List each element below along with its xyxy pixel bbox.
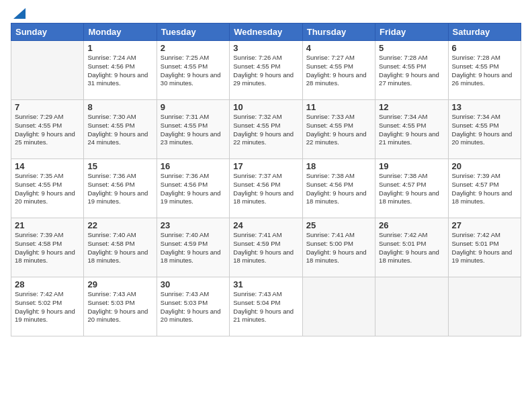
calendar-week-3: 14Sunrise: 7:35 AM Sunset: 4:55 PM Dayli…	[11, 159, 521, 218]
day-info: Sunrise: 7:31 AM Sunset: 4:55 PM Dayligh…	[161, 113, 226, 147]
day-number: 26	[379, 220, 444, 230]
day-info: Sunrise: 7:38 AM Sunset: 4:57 PM Dayligh…	[379, 172, 444, 206]
calendar-cell: 14Sunrise: 7:35 AM Sunset: 4:55 PM Dayli…	[11, 159, 84, 218]
logo	[11, 7, 26, 19]
header	[11, 7, 521, 19]
calendar-table: SundayMondayTuesdayWednesdayThursdayFrid…	[11, 23, 521, 336]
calendar-cell: 1Sunrise: 7:24 AM Sunset: 4:56 PM Daylig…	[84, 41, 157, 100]
calendar-cell: 30Sunrise: 7:43 AM Sunset: 5:03 PM Dayli…	[157, 277, 229, 336]
day-info: Sunrise: 7:40 AM Sunset: 4:59 PM Dayligh…	[161, 231, 226, 265]
calendar-cell: 23Sunrise: 7:40 AM Sunset: 4:59 PM Dayli…	[157, 218, 229, 277]
calendar-cell: 3Sunrise: 7:26 AM Sunset: 4:55 PM Daylig…	[230, 41, 302, 100]
day-number: 27	[452, 220, 517, 230]
day-number: 15	[87, 161, 152, 171]
day-number: 17	[233, 161, 298, 171]
day-number: 13	[452, 102, 517, 112]
calendar-cell: 31Sunrise: 7:43 AM Sunset: 5:04 PM Dayli…	[230, 277, 302, 336]
dow-header-friday: Friday	[375, 24, 448, 41]
day-info: Sunrise: 7:39 AM Sunset: 4:58 PM Dayligh…	[15, 231, 80, 265]
day-info: Sunrise: 7:26 AM Sunset: 4:55 PM Dayligh…	[233, 54, 298, 88]
day-number: 20	[452, 161, 517, 171]
day-number: 1	[87, 43, 152, 53]
day-info: Sunrise: 7:39 AM Sunset: 4:57 PM Dayligh…	[452, 172, 517, 206]
day-number: 4	[306, 43, 371, 53]
day-number: 19	[379, 161, 444, 171]
day-info: Sunrise: 7:36 AM Sunset: 4:56 PM Dayligh…	[161, 172, 226, 206]
day-number: 28	[15, 279, 80, 289]
calendar-cell: 13Sunrise: 7:34 AM Sunset: 4:55 PM Dayli…	[448, 100, 521, 159]
calendar-cell: 10Sunrise: 7:32 AM Sunset: 4:55 PM Dayli…	[230, 100, 302, 159]
day-info: Sunrise: 7:43 AM Sunset: 5:04 PM Dayligh…	[233, 290, 298, 324]
day-number: 8	[87, 102, 152, 112]
day-info: Sunrise: 7:30 AM Sunset: 4:55 PM Dayligh…	[87, 113, 152, 147]
calendar-cell: 5Sunrise: 7:28 AM Sunset: 4:55 PM Daylig…	[375, 41, 448, 100]
calendar-cell: 2Sunrise: 7:25 AM Sunset: 4:55 PM Daylig…	[157, 41, 229, 100]
day-info: Sunrise: 7:28 AM Sunset: 4:55 PM Dayligh…	[379, 54, 444, 88]
calendar-week-2: 7Sunrise: 7:29 AM Sunset: 4:55 PM Daylig…	[11, 100, 521, 159]
dow-header-tuesday: Tuesday	[157, 24, 229, 41]
day-number: 12	[379, 102, 444, 112]
day-info: Sunrise: 7:42 AM Sunset: 5:01 PM Dayligh…	[379, 231, 444, 265]
day-number: 11	[306, 102, 371, 112]
calendar-cell: 27Sunrise: 7:42 AM Sunset: 5:01 PM Dayli…	[448, 218, 521, 277]
day-info: Sunrise: 7:33 AM Sunset: 4:55 PM Dayligh…	[306, 113, 371, 147]
day-info: Sunrise: 7:32 AM Sunset: 4:55 PM Dayligh…	[233, 113, 298, 147]
calendar-cell: 11Sunrise: 7:33 AM Sunset: 4:55 PM Dayli…	[302, 100, 375, 159]
calendar-cell: 16Sunrise: 7:36 AM Sunset: 4:56 PM Dayli…	[157, 159, 229, 218]
calendar-cell: 12Sunrise: 7:34 AM Sunset: 4:55 PM Dayli…	[375, 100, 448, 159]
day-info: Sunrise: 7:35 AM Sunset: 4:55 PM Dayligh…	[15, 172, 80, 206]
dow-header-wednesday: Wednesday	[230, 24, 302, 41]
day-info: Sunrise: 7:25 AM Sunset: 4:55 PM Dayligh…	[161, 54, 226, 88]
day-number: 31	[233, 279, 298, 289]
calendar-cell: 9Sunrise: 7:31 AM Sunset: 4:55 PM Daylig…	[157, 100, 229, 159]
day-number: 7	[15, 102, 80, 112]
calendar-cell: 20Sunrise: 7:39 AM Sunset: 4:57 PM Dayli…	[448, 159, 521, 218]
day-number: 6	[452, 43, 517, 53]
day-number: 24	[233, 220, 298, 230]
day-of-week-row: SundayMondayTuesdayWednesdayThursdayFrid…	[11, 24, 521, 41]
day-info: Sunrise: 7:37 AM Sunset: 4:56 PM Dayligh…	[233, 172, 298, 206]
dow-header-saturday: Saturday	[448, 24, 521, 41]
day-info: Sunrise: 7:34 AM Sunset: 4:55 PM Dayligh…	[379, 113, 444, 147]
day-number: 3	[233, 43, 298, 53]
calendar-week-1: 1Sunrise: 7:24 AM Sunset: 4:56 PM Daylig…	[11, 41, 521, 100]
day-info: Sunrise: 7:41 AM Sunset: 4:59 PM Dayligh…	[233, 231, 298, 265]
day-info: Sunrise: 7:36 AM Sunset: 4:56 PM Dayligh…	[87, 172, 152, 206]
day-number: 22	[87, 220, 152, 230]
calendar-cell	[302, 277, 375, 336]
calendar-cell: 7Sunrise: 7:29 AM Sunset: 4:55 PM Daylig…	[11, 100, 84, 159]
dow-header-sunday: Sunday	[11, 24, 84, 41]
day-info: Sunrise: 7:43 AM Sunset: 5:03 PM Dayligh…	[161, 290, 226, 324]
day-number: 29	[87, 279, 152, 289]
day-number: 5	[379, 43, 444, 53]
day-info: Sunrise: 7:38 AM Sunset: 4:56 PM Dayligh…	[306, 172, 371, 206]
calendar-cell: 17Sunrise: 7:37 AM Sunset: 4:56 PM Dayli…	[230, 159, 302, 218]
day-number: 16	[161, 161, 226, 171]
day-number: 10	[233, 102, 298, 112]
calendar-cell: 21Sunrise: 7:39 AM Sunset: 4:58 PM Dayli…	[11, 218, 84, 277]
calendar-cell: 4Sunrise: 7:27 AM Sunset: 4:55 PM Daylig…	[302, 41, 375, 100]
day-info: Sunrise: 7:42 AM Sunset: 5:02 PM Dayligh…	[15, 290, 80, 324]
day-info: Sunrise: 7:29 AM Sunset: 4:55 PM Dayligh…	[15, 113, 80, 147]
day-info: Sunrise: 7:43 AM Sunset: 5:03 PM Dayligh…	[87, 290, 152, 324]
day-info: Sunrise: 7:42 AM Sunset: 5:01 PM Dayligh…	[452, 231, 517, 265]
day-info: Sunrise: 7:24 AM Sunset: 4:56 PM Dayligh…	[87, 54, 152, 88]
calendar-week-5: 28Sunrise: 7:42 AM Sunset: 5:02 PM Dayli…	[11, 277, 521, 336]
calendar-week-4: 21Sunrise: 7:39 AM Sunset: 4:58 PM Dayli…	[11, 218, 521, 277]
dow-header-monday: Monday	[84, 24, 157, 41]
calendar-cell: 26Sunrise: 7:42 AM Sunset: 5:01 PM Dayli…	[375, 218, 448, 277]
calendar-cell	[448, 277, 521, 336]
day-info: Sunrise: 7:27 AM Sunset: 4:55 PM Dayligh…	[306, 54, 371, 88]
calendar-cell: 22Sunrise: 7:40 AM Sunset: 4:58 PM Dayli…	[84, 218, 157, 277]
calendar-cell: 28Sunrise: 7:42 AM Sunset: 5:02 PM Dayli…	[11, 277, 84, 336]
calendar-cell: 15Sunrise: 7:36 AM Sunset: 4:56 PM Dayli…	[84, 159, 157, 218]
calendar-cell: 6Sunrise: 7:28 AM Sunset: 4:55 PM Daylig…	[448, 41, 521, 100]
calendar-cell: 19Sunrise: 7:38 AM Sunset: 4:57 PM Dayli…	[375, 159, 448, 218]
day-info: Sunrise: 7:28 AM Sunset: 4:55 PM Dayligh…	[452, 54, 517, 88]
logo-triangle-icon	[13, 8, 26, 19]
day-number: 18	[306, 161, 371, 171]
day-number: 14	[15, 161, 80, 171]
day-number: 30	[161, 279, 226, 289]
calendar-cell: 18Sunrise: 7:38 AM Sunset: 4:56 PM Dayli…	[302, 159, 375, 218]
day-number: 21	[15, 220, 80, 230]
